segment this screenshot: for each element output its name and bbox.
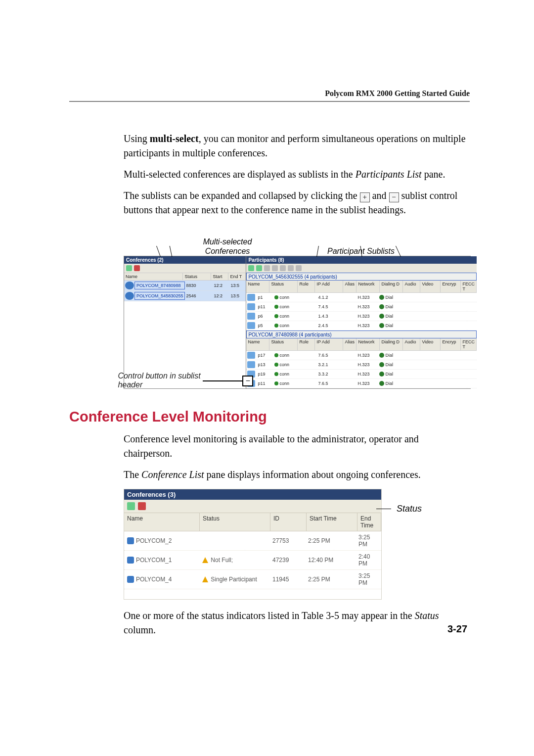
guide-title: Polycom RMX 2000 Getting Started Guide bbox=[69, 89, 470, 102]
toolbar-icon[interactable] bbox=[134, 265, 140, 271]
intro-p2-a: Multi-selected conferences are displayed… bbox=[124, 169, 356, 180]
status-dot-icon bbox=[274, 295, 278, 299]
collapse-icon: − bbox=[242, 376, 253, 386]
row-name-text: POLYCOM_2 bbox=[136, 537, 172, 544]
participant-row[interactable]: p1conn4.1.2H.323Dial bbox=[246, 293, 477, 302]
closing-block: One or more of the status indicators lis… bbox=[124, 609, 470, 637]
toolbar-icon[interactable] bbox=[127, 502, 135, 510]
conf-row[interactable]: POLYCOM_545830255 2546 12:2 13:5 bbox=[124, 291, 246, 301]
participant-icon bbox=[247, 294, 255, 301]
col-fecc: FECC T bbox=[461, 281, 477, 292]
toolbar-icon[interactable] bbox=[296, 265, 302, 271]
p-status: conn bbox=[273, 303, 300, 310]
p-network: H.323 bbox=[356, 303, 378, 310]
leader-line bbox=[170, 246, 173, 257]
p-status-text: conn bbox=[279, 353, 289, 358]
p-status: conn bbox=[273, 322, 300, 329]
expand-icon: + bbox=[360, 192, 370, 202]
conf-list-row[interactable]: POLYCOM_1 Not Full; 47239 12:40 PM 2:40 … bbox=[124, 551, 381, 570]
col-audio: Audio bbox=[403, 281, 420, 292]
col-network: Network bbox=[356, 281, 380, 292]
p-ip: 7.6.5 bbox=[316, 380, 343, 387]
p-dial: Dial bbox=[378, 303, 405, 310]
p-alias bbox=[343, 354, 356, 356]
intro-p3-b: and bbox=[370, 190, 389, 201]
dial-icon bbox=[379, 372, 384, 377]
leader-line bbox=[203, 380, 242, 381]
col-name: Name bbox=[124, 273, 183, 280]
participant-row[interactable]: p13conn3.2.1H.323Dial bbox=[246, 360, 477, 370]
status-dot-icon bbox=[274, 372, 278, 376]
participant-row[interactable]: p6conn1.4.3H.323Dial bbox=[246, 312, 477, 321]
p-alias bbox=[343, 296, 356, 298]
toolbar-icon[interactable] bbox=[288, 265, 294, 271]
participant-row[interactable]: p11conn7.4.5H.323Dial bbox=[246, 302, 477, 312]
figure1-panes: Conferences (2) Name Status Start End T … bbox=[124, 256, 471, 389]
p-dial-text: Dial bbox=[385, 381, 393, 386]
toolbar-icon[interactable] bbox=[248, 265, 254, 271]
row-end: 2:40 PM bbox=[356, 552, 381, 568]
sec-p2-a: The bbox=[124, 469, 141, 480]
intro-block: Using multi-select, you can monitor and … bbox=[124, 132, 470, 217]
section-body: Conference level monitoring is available… bbox=[124, 432, 470, 482]
conf-name: POLYCOM_545830255 bbox=[135, 292, 184, 299]
conf-name: POLYCOM_87480988 bbox=[135, 282, 184, 289]
p-network: H.323 bbox=[356, 371, 378, 378]
conf-col-header: Name Status Start End T bbox=[124, 273, 246, 281]
row-name: POLYCOM_1 bbox=[124, 555, 199, 565]
toolbar-icon[interactable] bbox=[280, 265, 286, 271]
conf-start: 12:2 bbox=[212, 292, 229, 299]
col-ip: IP Add bbox=[315, 338, 343, 350]
row-status bbox=[199, 539, 269, 542]
sublist-header[interactable]: POLYCOM_87480988 (4 participants) bbox=[246, 331, 477, 338]
toolbar-icon[interactable] bbox=[138, 502, 146, 510]
intro-p1-a: Using bbox=[124, 133, 150, 144]
intro-p2-i: Participants List bbox=[356, 169, 422, 180]
p-name: p11 bbox=[256, 303, 273, 310]
conf-list-row[interactable]: POLYCOM_4 Single Participant 11945 2:25 … bbox=[124, 570, 381, 589]
p-ip: 7.6.5 bbox=[316, 352, 343, 359]
participants-toolbar bbox=[246, 264, 477, 273]
closing-i: Status bbox=[415, 610, 439, 621]
p-status: conn bbox=[273, 352, 300, 359]
p-dial: Dial bbox=[378, 313, 405, 320]
p-status: conn bbox=[273, 371, 300, 378]
intro-p3: The sublists can be expanded and collaps… bbox=[124, 189, 470, 217]
status-dot-icon bbox=[274, 314, 278, 318]
col-status: Status bbox=[269, 338, 298, 350]
p-name: p19 bbox=[256, 371, 273, 378]
sec-p2: The Conference List pane displays inform… bbox=[124, 468, 470, 482]
participant-row[interactable]: p17conn7.6.5H.323Dial bbox=[246, 351, 477, 360]
toolbar-icon[interactable] bbox=[272, 265, 278, 271]
leader-line bbox=[316, 246, 319, 257]
figure-multiselect: Multi-selected Conferences Participant S… bbox=[124, 226, 471, 389]
toolbar-icon[interactable] bbox=[126, 265, 132, 271]
dial-icon bbox=[379, 353, 384, 358]
p-dial-text: Dial bbox=[385, 314, 393, 319]
row-name-text: POLYCOM_4 bbox=[136, 576, 172, 583]
conferences-title: Conferences (2) bbox=[124, 256, 246, 264]
warning-icon bbox=[202, 557, 208, 563]
conf-start: 12:2 bbox=[212, 282, 229, 289]
participant-row[interactable]: p5conn2.4.5H.323Dial bbox=[246, 321, 477, 331]
conf-row[interactable]: POLYCOM_87480988 8830 12:2 13:5 bbox=[124, 281, 246, 291]
toolbar-icon[interactable] bbox=[256, 265, 262, 271]
participant-row[interactable]: p19conn3.3.2H.323Dial bbox=[246, 370, 477, 379]
conf-icon bbox=[127, 557, 134, 564]
conf-icon bbox=[125, 292, 134, 300]
participant-icon bbox=[247, 352, 255, 359]
conf-list-row[interactable]: POLYCOM_2 27753 2:25 PM 3:25 PM bbox=[124, 531, 381, 551]
sublist-header[interactable]: POLYCOM_5456302555 (4 participants) bbox=[246, 273, 477, 281]
toolbar-icon[interactable] bbox=[264, 265, 270, 271]
col-fecc: FECC T bbox=[461, 338, 477, 350]
participant-row[interactable]: p11conn7.6.5H.323Dial bbox=[246, 379, 477, 388]
p-dial: Dial bbox=[378, 371, 405, 378]
p-status: conn bbox=[273, 294, 300, 301]
p-dial-text: Dial bbox=[385, 372, 393, 377]
row-status-text: Single Participant bbox=[211, 576, 257, 583]
p-alias bbox=[343, 364, 356, 366]
closing-b: column. bbox=[124, 624, 156, 635]
p-dial-text: Dial bbox=[385, 304, 393, 309]
participants-pane: Participants (8) POLYCOM_5456302555 (4 p… bbox=[246, 256, 477, 388]
conf-icon bbox=[125, 282, 134, 289]
